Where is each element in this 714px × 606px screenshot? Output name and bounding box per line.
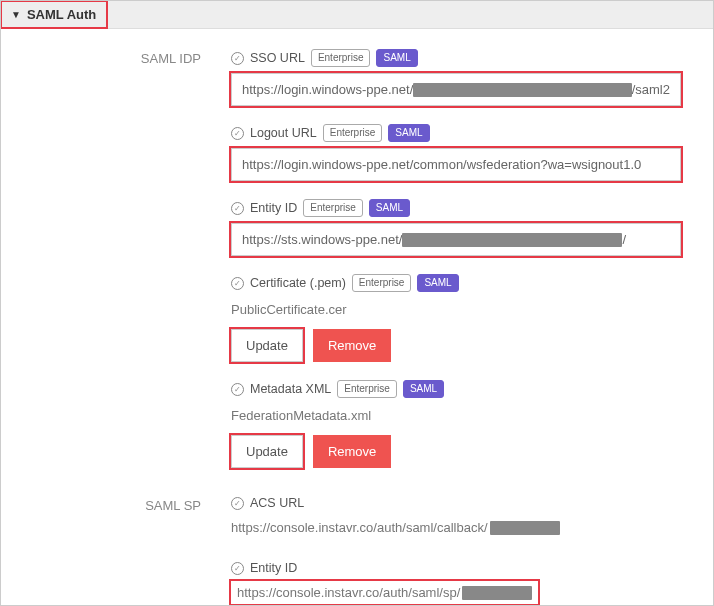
- sp-entity-id-label: Entity ID: [250, 561, 297, 575]
- sso-url-label: SSO URL: [250, 51, 305, 65]
- enterprise-badge: Enterprise: [311, 49, 371, 67]
- section-header[interactable]: ▼ SAML Auth: [1, 1, 713, 29]
- acs-url-label: ACS URL: [250, 496, 304, 510]
- check-circle-icon: ✓: [231, 277, 244, 290]
- enterprise-badge: Enterprise: [337, 380, 397, 398]
- metadata-filename: FederationMetadata.xml: [231, 404, 693, 431]
- check-circle-icon: ✓: [231, 383, 244, 396]
- saml-badge: SAML: [369, 199, 410, 217]
- saml-badge: SAML: [376, 49, 417, 67]
- enterprise-badge: Enterprise: [303, 199, 363, 217]
- collapse-triangle-icon: ▼: [11, 9, 21, 20]
- check-circle-icon: ✓: [231, 127, 244, 140]
- certificate-update-button[interactable]: Update: [231, 329, 303, 362]
- check-circle-icon: ✓: [231, 497, 244, 510]
- check-circle-icon: ✓: [231, 202, 244, 215]
- enterprise-badge: Enterprise: [323, 124, 383, 142]
- logout-url-input[interactable]: https://login.windows-ppe.net/common/wsf…: [231, 148, 681, 181]
- certificate-label: Certificate (.pem): [250, 276, 346, 290]
- check-circle-icon: ✓: [231, 52, 244, 65]
- redacted-segment: [462, 586, 532, 600]
- idp-section-label: SAML IDP: [1, 49, 231, 486]
- certificate-remove-button[interactable]: Remove: [313, 329, 391, 362]
- saml-badge: SAML: [388, 124, 429, 142]
- redacted-segment: [490, 521, 560, 535]
- redacted-segment: [413, 83, 631, 97]
- sp-section-label: SAML SP: [1, 496, 231, 604]
- certificate-filename: PublicCertificate.cer: [231, 298, 693, 325]
- redacted-segment: [402, 233, 622, 247]
- entity-id-input[interactable]: https://sts.windows-ppe.net/ /: [231, 223, 681, 256]
- metadata-label: Metadata XML: [250, 382, 331, 396]
- sso-url-input[interactable]: https://login.windows-ppe.net/ /saml2: [231, 73, 681, 106]
- saml-badge: SAML: [417, 274, 458, 292]
- check-circle-icon: ✓: [231, 562, 244, 575]
- logout-url-label: Logout URL: [250, 126, 317, 140]
- metadata-update-button[interactable]: Update: [231, 435, 303, 468]
- section-title: SAML Auth: [27, 7, 96, 22]
- saml-badge: SAML: [403, 380, 444, 398]
- acs-url-value: https://console.instavr.co/auth/saml/cal…: [231, 516, 693, 543]
- enterprise-badge: Enterprise: [352, 274, 412, 292]
- entity-id-label: Entity ID: [250, 201, 297, 215]
- metadata-remove-button[interactable]: Remove: [313, 435, 391, 468]
- sp-entity-id-value: https://console.instavr.co/auth/saml/sp/: [231, 581, 538, 604]
